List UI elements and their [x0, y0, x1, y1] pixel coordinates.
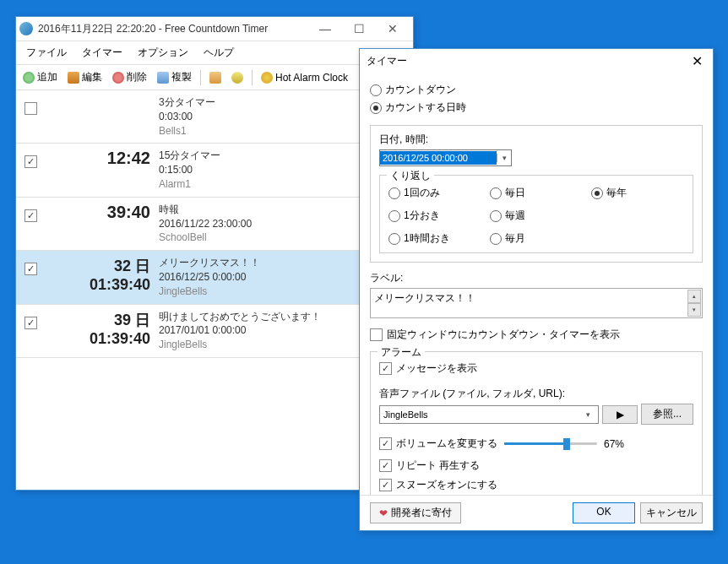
checkbox-icon[interactable]: ✓	[24, 263, 37, 275]
radio-icon	[490, 210, 502, 222]
sound-label: 音声ファイル (ファイル, フォルダ, URL):	[379, 387, 693, 401]
fixed-window-checkbox[interactable]: 固定ウィンドウにカウントダウン・タイマーを表示	[370, 325, 703, 344]
titlebar: 2016年11月22日 22:20:20 - Free Countdown Ti…	[16, 17, 413, 41]
label-label: ラベル:	[370, 271, 703, 285]
delete-label: 削除	[127, 70, 147, 84]
datetime-label: 日付, 時間:	[379, 133, 693, 147]
timer-days: 39 日	[45, 310, 150, 330]
add-button[interactable]: 追加	[19, 68, 61, 86]
home-icon	[209, 72, 221, 84]
timer-row[interactable]: ✓39 日01:39:40明けましておめでとうございます！2017/01/01 …	[16, 305, 413, 358]
copy-button[interactable]: 複製	[154, 68, 195, 86]
spin-up-icon[interactable]: ▴	[687, 290, 701, 303]
timer-days: 32 日	[45, 256, 150, 276]
play-button[interactable]: ▶	[602, 405, 638, 424]
timer-time: 01:39:40	[45, 276, 150, 294]
datetime-value: 2016/12/25 00:00:00	[380, 151, 497, 165]
app-icon	[19, 22, 33, 35]
volume-percent: 67%	[604, 438, 624, 450]
home-button[interactable]	[206, 70, 225, 85]
checkbox-icon: ✓	[379, 362, 392, 375]
separator	[200, 70, 201, 85]
volume-slider[interactable]	[504, 442, 597, 445]
checkbox-icon: ✓	[379, 459, 392, 472]
repeat-once-radio[interactable]: 1回のみ	[388, 184, 481, 202]
timer-row[interactable]: ✓39:40時報2016/11/22 23:00:00SchoolBell	[16, 198, 413, 251]
timer-row[interactable]: 3分タイマー0:03:00Bells1	[16, 90, 413, 144]
radio-icon	[591, 187, 603, 199]
mode-countdown-radio[interactable]: カウントダウン	[370, 81, 703, 99]
radio-icon	[490, 187, 502, 199]
repeat-weekly-radio[interactable]: 毎週	[490, 207, 583, 225]
edit-button[interactable]: 編集	[64, 68, 106, 86]
dialog-titlebar: タイマー ✕	[360, 49, 713, 73]
delete-icon	[112, 72, 124, 84]
repeat-play-checkbox[interactable]: ✓ リピート 再生する	[379, 456, 693, 475]
add-label: 追加	[37, 70, 57, 84]
repeat-monthly-radio[interactable]: 毎月	[490, 230, 583, 247]
tip-button[interactable]	[228, 70, 247, 85]
timer-row[interactable]: ✓32 日01:39:40メリークリスマス！！2016/12/25 0:00:0…	[16, 251, 413, 304]
menu-file[interactable]: ファイル	[19, 43, 73, 62]
snooze-checkbox[interactable]: ✓ スヌーズをオンにする	[379, 475, 693, 495]
menubar: ファイル タイマー オプション ヘルプ	[16, 41, 413, 65]
timer-time: 12:42	[45, 149, 150, 168]
repeat-daily-radio[interactable]: 毎日	[490, 184, 583, 202]
dialog-title: タイマー	[367, 54, 688, 68]
maximize-button[interactable]: ☐	[342, 19, 376, 38]
timer-list: 3分タイマー0:03:00Bells1✓12:4215分タイマー0:15:00A…	[16, 90, 413, 358]
edit-icon	[68, 72, 79, 84]
hot-label: Hot Alarm Clock	[275, 72, 348, 84]
separator	[252, 70, 253, 85]
sound-value: JingleBells	[383, 409, 581, 420]
browse-button[interactable]: 参照...	[641, 404, 693, 425]
datetime-input[interactable]: 2016/12/25 00:00:00 ▾	[379, 149, 512, 166]
main-window: 2016年11月22日 22:20:20 - Free Countdown Ti…	[15, 16, 414, 491]
radio-icon	[370, 102, 382, 114]
chevron-down-icon[interactable]: ▾	[581, 410, 595, 419]
spin-buttons[interactable]: ▴▾	[687, 290, 701, 317]
cancel-button[interactable]: キャンセル	[640, 502, 703, 523]
show-message-checkbox[interactable]: ✓ メッセージを表示	[379, 359, 693, 378]
donate-button[interactable]: ❤ 開発者に寄付	[370, 502, 461, 523]
change-volume-checkbox[interactable]: ✓ ボリュームを変更する	[379, 434, 497, 453]
checkbox-icon[interactable]: ✓	[24, 317, 37, 329]
repeat-group: くり返し 1回のみ 毎日 毎年 1分おき 毎週 1時間おき 毎月	[379, 175, 693, 253]
spin-down-icon[interactable]: ▾	[687, 303, 701, 317]
label-input[interactable]: メリークリスマス！！ ▴▾	[370, 288, 703, 318]
menu-options[interactable]: オプション	[131, 43, 195, 62]
alarm-legend: アラーム	[378, 345, 425, 360]
clock-icon	[261, 72, 273, 84]
mode-countto-label: カウントする日時	[385, 100, 466, 115]
chevron-down-icon[interactable]: ▾	[497, 154, 511, 162]
menu-help[interactable]: ヘルプ	[197, 43, 241, 62]
repeat-yearly-radio[interactable]: 毎年	[591, 184, 684, 202]
timer-time: 39:40	[45, 203, 150, 222]
mode-countto-radio[interactable]: カウントする日時	[370, 99, 703, 117]
sound-combo[interactable]: JingleBells ▾	[379, 405, 599, 424]
radio-icon	[370, 84, 382, 96]
dialog-footer: ❤ 開発者に寄付 OK キャンセル	[360, 495, 713, 530]
slider-thumb[interactable]	[563, 438, 570, 450]
repeat-hourly-radio[interactable]: 1時間おき	[388, 230, 481, 247]
menu-timer[interactable]: タイマー	[75, 43, 129, 62]
radio-icon	[490, 233, 502, 245]
add-icon	[23, 72, 35, 84]
delete-button[interactable]: 削除	[109, 68, 150, 86]
ok-button[interactable]: OK	[573, 502, 635, 523]
timer-row[interactable]: ✓12:4215分タイマー0:15:00Alarm1	[16, 144, 413, 197]
heart-icon: ❤	[379, 507, 388, 519]
minimize-button[interactable]: —	[308, 19, 342, 38]
slider-fill	[504, 442, 567, 445]
timer-dialog: タイマー ✕ カウントダウン カウントする日時 日付, 時間: 2016/12/…	[359, 48, 714, 531]
close-button[interactable]: ✕	[376, 19, 410, 38]
dialog-close-button[interactable]: ✕	[688, 53, 706, 69]
checkbox-icon[interactable]	[24, 102, 37, 115]
repeat-minutely-radio[interactable]: 1分おき	[388, 207, 481, 225]
repeat-legend: くり返し	[387, 169, 434, 183]
hot-alarm-button[interactable]: Hot Alarm Clock	[258, 70, 351, 85]
checkbox-icon[interactable]: ✓	[24, 155, 37, 168]
dialog-body: カウントダウン カウントする日時 日付, 時間: 2016/12/25 00:0…	[360, 73, 713, 495]
checkbox-icon[interactable]: ✓	[24, 209, 37, 222]
radio-icon	[388, 210, 400, 222]
